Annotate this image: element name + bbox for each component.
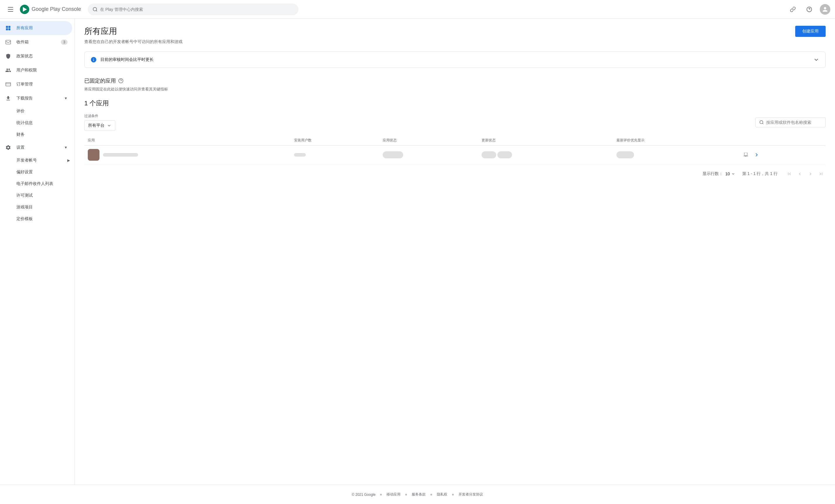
create-app-button[interactable]: 创建应用 <box>795 26 826 37</box>
table-search-input[interactable] <box>766 120 817 125</box>
rows-per-page-value: 10 <box>725 172 730 176</box>
footer-link-terms[interactable]: 服务条款 <box>412 492 426 497</box>
rows-per-page: 显示行数： 10 <box>702 171 735 177</box>
next-page-button[interactable] <box>806 169 815 179</box>
footer-dot-3 <box>430 494 432 496</box>
footer-link-privacy[interactable]: 隐私权 <box>437 492 447 497</box>
sidebar-item-policy[interactable]: 政策状态 <box>0 49 72 63</box>
sidebar: 所有应用 收件箱 3 政策状态 <box>0 19 75 485</box>
pinned-apps-header: 已固定的应用 <box>84 77 826 84</box>
link-icon <box>790 6 796 12</box>
header-actions <box>787 3 830 15</box>
install-count-placeholder <box>294 153 306 157</box>
prev-page-button[interactable] <box>795 169 805 179</box>
search-input[interactable] <box>100 7 294 12</box>
footer-link-mobile[interactable]: 移动应用 <box>386 492 401 497</box>
footer-dot-4 <box>452 494 454 496</box>
inbox-badge: 3 <box>61 40 67 45</box>
sidebar-sub-item-games[interactable]: 游戏项目 <box>0 201 75 213</box>
sidebar-item-orders-label: 订单管理 <box>16 82 67 87</box>
sidebar-sub-item-license-label: 许可测试 <box>16 193 33 198</box>
col-header-update: 更新状态 <box>478 136 613 145</box>
settings-expand-icon: ▼ <box>64 145 67 149</box>
sidebar-item-reports-label: 下载报告 <box>16 96 59 101</box>
search-bar <box>88 3 299 15</box>
menu-toggle-button[interactable] <box>5 3 16 15</box>
app-name-cell <box>88 149 287 161</box>
footer-dot-2 <box>405 494 407 496</box>
arrow-right-icon[interactable] <box>753 152 760 158</box>
avatar[interactable] <box>820 4 830 15</box>
pinned-apps-title: 已固定的应用 <box>84 77 116 84</box>
help-button[interactable] <box>803 3 815 15</box>
platform-filter-value: 所有平台 <box>88 123 104 128</box>
page-title: 所有应用 <box>84 26 183 37</box>
sidebar-item-all-apps[interactable]: 所有应用 <box>0 21 72 35</box>
prev-page-icon <box>797 171 802 177</box>
svg-rect-9 <box>8 28 11 31</box>
first-page-icon <box>787 171 792 177</box>
help-circle-icon[interactable] <box>118 78 123 83</box>
notice-banner-left: 目前的审核时间会比平时更长 <box>90 57 154 63</box>
sidebar-sub-item-preferences[interactable]: 偏好设置 <box>0 166 75 178</box>
sidebar-sub-item-stats[interactable]: 统计信息 <box>0 117 75 129</box>
sidebar-sub-item-stats-label: 统计信息 <box>16 120 33 125</box>
table-row[interactable] <box>84 145 826 164</box>
search-icon <box>93 7 98 12</box>
dropdown-icon <box>107 123 111 128</box>
svg-line-3 <box>96 10 97 11</box>
footer: © 2021 Google 移动应用 服务条款 隐私权 开发者分发协议 <box>0 485 835 504</box>
sidebar-sub-item-reviews-label: 评价 <box>16 108 25 114</box>
sidebar-item-users[interactable]: 用户和权限 <box>0 63 72 77</box>
sidebar-sub-item-finance[interactable]: 财务 <box>0 129 75 140</box>
next-page-icon <box>808 171 813 177</box>
update-pill-2 <box>497 151 512 158</box>
table-search <box>755 117 826 127</box>
avatar-icon <box>822 6 828 12</box>
first-page-button[interactable] <box>785 169 794 179</box>
pin-icon[interactable] <box>743 152 749 158</box>
sidebar-sub-item-developer[interactable]: 开发者帐号 ▶ <box>0 155 75 166</box>
svg-rect-8 <box>6 28 8 31</box>
svg-line-16 <box>762 123 763 124</box>
sidebar-sub-item-license[interactable]: 许可测试 <box>0 190 75 201</box>
logo-icon <box>20 5 29 14</box>
footer-copyright: © 2021 Google <box>352 492 376 497</box>
sidebar-item-all-apps-label: 所有应用 <box>16 25 67 31</box>
sidebar-item-policy-label: 政策状态 <box>16 54 67 59</box>
update-pill-1 <box>482 151 496 158</box>
app-container: 所有应用 收件箱 3 政策状态 <box>0 19 835 485</box>
svg-rect-10 <box>6 40 11 44</box>
header: Google Play Console <box>0 0 835 19</box>
sidebar-sub-item-pricing[interactable]: 定价模板 <box>0 213 75 225</box>
notice-banner: 目前的审核时间会比平时更长 <box>84 52 826 68</box>
sidebar-item-inbox[interactable]: 收件箱 3 <box>0 35 72 49</box>
col-header-installs: 安装用户数 <box>290 136 379 145</box>
app-name-placeholder <box>103 153 138 157</box>
notice-text: 目前的审核时间会比平时更长 <box>100 57 154 62</box>
sidebar-item-settings-label: 设置 <box>16 145 59 150</box>
last-page-button[interactable] <box>816 169 826 179</box>
chevron-down-icon[interactable] <box>813 57 819 63</box>
sidebar-item-settings[interactable]: 设置 ▼ <box>0 140 72 155</box>
main-content: 所有应用 查看您在自己的开发者帐号中可访问的所有应用和游戏 创建应用 目前的审核… <box>75 19 835 485</box>
download-icon <box>5 95 12 102</box>
row-actions <box>743 152 822 158</box>
grid-icon <box>5 25 12 32</box>
last-page-icon <box>818 171 823 177</box>
svg-rect-6 <box>6 26 8 28</box>
sidebar-item-reports[interactable]: 下载报告 ▼ <box>0 91 72 105</box>
platform-filter-select[interactable]: 所有平台 <box>84 120 115 131</box>
rows-per-page-select[interactable]: 10 <box>725 172 735 176</box>
info-icon <box>90 57 97 63</box>
sidebar-item-orders[interactable]: 订单管理 <box>0 77 72 91</box>
footer-dot-1 <box>380 494 382 496</box>
filter-row: 过滤条件 所有平台 <box>84 114 826 131</box>
footer-link-developer[interactable]: 开发者分发协议 <box>459 492 483 497</box>
sidebar-sub-item-reviews[interactable]: 评价 <box>0 105 75 117</box>
link-button[interactable] <box>787 3 799 15</box>
orders-icon <box>5 81 12 88</box>
sidebar-sub-item-email-list[interactable]: 电子邮件收件人列表 <box>0 178 75 190</box>
filter-label: 过滤条件 <box>84 114 115 119</box>
page-header: 所有应用 查看您在自己的开发者帐号中可访问的所有应用和游戏 创建应用 <box>84 26 826 44</box>
